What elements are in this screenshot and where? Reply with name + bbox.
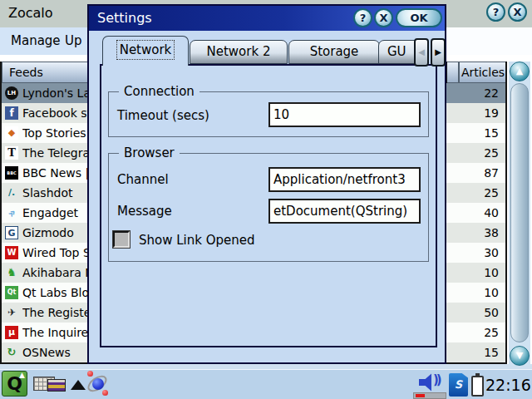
browser-group-label: Browser <box>119 145 180 160</box>
message-input[interactable]: etDocument(QString) <box>268 199 421 224</box>
vertical-scrollbar[interactable]: ▲ ▼ <box>509 62 530 366</box>
battery-icon[interactable] <box>471 376 484 397</box>
akihabara-icon: ♞ <box>5 266 18 279</box>
timeout-input[interactable]: 10 <box>268 102 421 127</box>
engadget-icon: » <box>2 204 22 223</box>
settings-dialog: Settings ? X OK Network Network 2 Storag… <box>87 4 446 364</box>
column-header-articles[interactable]: Articles <box>459 62 507 83</box>
article-count: 50 <box>441 303 505 323</box>
screen: Zocalo ? X Manage Up Feeds Articles LHLy… <box>0 0 532 399</box>
menu-item-manage[interactable]: Manage <box>11 33 61 48</box>
taskbar: Q ▲ )) S 22:16 <box>0 369 532 399</box>
dialog-close-button[interactable]: X <box>374 8 393 27</box>
article-count: 25 <box>441 143 505 163</box>
scrollbar-thumb[interactable] <box>510 83 529 342</box>
the-inquirer-icon: µ <box>5 326 18 339</box>
lyndons-latest-icon: LH <box>5 86 18 100</box>
tab-scroll-right-icon[interactable]: ▶ <box>431 38 446 66</box>
article-count: 10 <box>441 263 505 283</box>
bbc-news-icon: BBC <box>5 166 18 180</box>
connection-group: Connection Timeout (secs) 10 <box>108 91 429 137</box>
dialog-ok-button[interactable]: OK <box>396 8 442 27</box>
slashdot-icon: /. <box>5 186 18 200</box>
show-link-opened-label: Show Link Opened <box>139 233 255 248</box>
qt-labs-icon: Qt <box>5 286 18 299</box>
screen-help-button[interactable]: ? <box>486 2 505 22</box>
menu-item-update[interactable]: Up <box>65 33 82 48</box>
article-count: 15 <box>441 123 505 143</box>
top-stories-icon: ◆ <box>5 126 18 140</box>
volume-level-fill <box>416 394 425 397</box>
atom-nucleus <box>92 378 104 390</box>
article-count: 40 <box>441 203 505 223</box>
article-count: 87 <box>441 163 505 183</box>
article-count: 38 <box>441 223 505 243</box>
gizmodo-icon: G <box>5 226 18 239</box>
message-label: Message <box>117 204 172 219</box>
tab-storage[interactable]: Storage <box>288 40 380 64</box>
tab-network-2[interactable]: Network 2 <box>190 40 288 64</box>
browser-group: Browser Channel Application/netfront3 Me… <box>108 153 429 262</box>
taskbar-clock: 22:16 <box>485 376 531 394</box>
scroll-down-icon[interactable]: ▼ <box>510 346 530 366</box>
dialog-title: Settings <box>97 10 152 26</box>
scroll-up-icon[interactable]: ▲ <box>510 62 530 81</box>
table-right-border <box>505 62 507 364</box>
volume-speaker-icon[interactable]: )) <box>419 373 447 392</box>
article-count: 15 <box>441 342 505 362</box>
input-language-flag-icon[interactable] <box>47 379 66 392</box>
show-link-opened-checkbox[interactable] <box>113 231 130 248</box>
facebook-icon: f <box>5 106 18 120</box>
wired-icon: W <box>5 246 18 259</box>
channel-label: Channel <box>117 172 169 187</box>
speaker-waves: )) <box>433 372 440 387</box>
channel-input[interactable]: Application/netfront3 <box>268 167 421 192</box>
article-count: 30 <box>441 243 505 263</box>
article-count: 25 <box>441 323 505 342</box>
article-count: 19 <box>441 103 505 123</box>
article-count: 10 <box>441 283 505 303</box>
tab-network[interactable]: Network <box>102 36 189 66</box>
dialog-help-button[interactable]: ? <box>353 8 372 27</box>
volume-level-bar[interactable] <box>413 392 446 399</box>
atom-electron <box>87 371 93 377</box>
osnews-icon: ↻ <box>5 346 18 359</box>
the-register-icon: ✈ <box>5 306 18 319</box>
telegraph-icon: T <box>5 146 18 160</box>
sd-card-icon[interactable]: S <box>449 373 468 397</box>
screen-close-button[interactable]: X <box>508 2 527 22</box>
connection-group-label: Connection <box>119 84 200 99</box>
running-app-atom-icon[interactable] <box>85 371 111 397</box>
atom-electron <box>102 390 108 396</box>
app-title: Zocalo <box>8 5 53 21</box>
tab-scroll-left-icon[interactable]: ◀ <box>414 38 429 66</box>
article-count: 22 <box>441 83 505 103</box>
input-method-up-arrow-icon[interactable] <box>71 380 86 390</box>
battery-tip <box>475 373 480 377</box>
article-count: 25 <box>441 183 505 203</box>
table-left-border <box>0 62 2 364</box>
tab-network-label: Network <box>116 40 175 60</box>
timeout-label: Timeout (secs) <box>117 108 209 123</box>
